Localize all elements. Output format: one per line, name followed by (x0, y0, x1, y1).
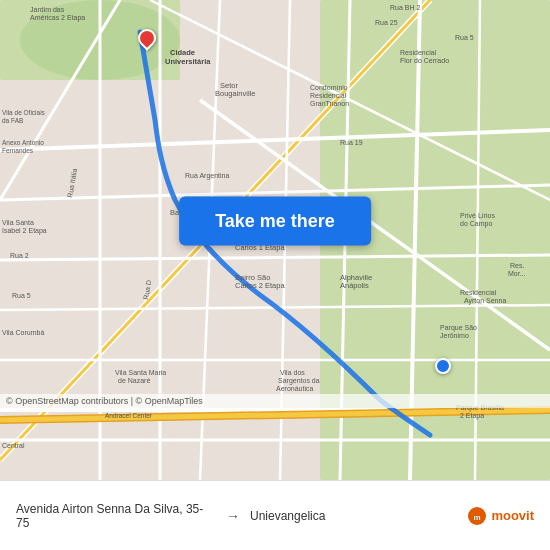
svg-text:Residencial: Residencial (310, 92, 347, 99)
moovit-text: moovit (491, 508, 534, 523)
svg-text:Aeronáutica: Aeronáutica (276, 385, 313, 392)
svg-text:de Nazaré: de Nazaré (118, 377, 150, 384)
svg-text:Ayrton Senna: Ayrton Senna (464, 297, 506, 305)
svg-text:Rua Argentina: Rua Argentina (185, 172, 229, 180)
svg-text:Andracel Center: Andracel Center (105, 412, 153, 419)
svg-text:Res.: Res. (510, 262, 524, 269)
svg-text:da FAB: da FAB (2, 117, 23, 124)
take-me-there-button[interactable]: Take me there (179, 196, 371, 245)
svg-text:m: m (474, 513, 481, 522)
svg-text:Vila Santa Maria: Vila Santa Maria (115, 369, 166, 376)
copyright-text: © OpenStreetMap contributors | © OpenMap… (6, 396, 203, 406)
svg-text:Residencial: Residencial (460, 289, 497, 296)
svg-text:Vila dos: Vila dos (280, 369, 305, 376)
svg-text:Anápolis: Anápolis (340, 281, 369, 290)
svg-text:Rua BH 2: Rua BH 2 (390, 4, 420, 11)
svg-text:Mor...: Mor... (508, 270, 526, 277)
svg-text:Flor do Cerrado: Flor do Cerrado (400, 57, 449, 64)
svg-text:Jardim das: Jardim das (30, 6, 65, 13)
svg-rect-1 (320, 0, 550, 200)
svg-text:Rua 25: Rua 25 (375, 19, 398, 26)
svg-text:Vila Corumbá: Vila Corumbá (2, 329, 44, 336)
svg-text:Bougainville: Bougainville (215, 89, 255, 98)
svg-text:do Campo: do Campo (460, 220, 492, 228)
svg-text:Isabel 2 Etapa: Isabel 2 Etapa (2, 227, 47, 235)
svg-text:Rua 19: Rua 19 (340, 139, 363, 146)
origin-label: Avenida Airton Senna Da Silva, 35-75 (16, 502, 216, 530)
bottom-bar: Avenida Airton Senna Da Silva, 35-75 → U… (0, 480, 550, 550)
svg-text:Rua 2: Rua 2 (10, 252, 29, 259)
svg-text:Vila de Oficiais: Vila de Oficiais (2, 109, 46, 116)
svg-text:Jerônimo: Jerônimo (440, 332, 469, 339)
route-info: Avenida Airton Senna Da Silva, 35-75 → U… (16, 502, 467, 530)
svg-text:Universitária: Universitária (165, 57, 211, 66)
svg-text:Rua 5: Rua 5 (12, 292, 31, 299)
moovit-logo: m moovit (467, 506, 534, 526)
moovit-icon: m (467, 506, 487, 526)
svg-text:Vila Santa: Vila Santa (2, 219, 34, 226)
svg-text:Privé Lírios: Privé Lírios (460, 212, 496, 219)
svg-text:GranTrianon: GranTrianon (310, 100, 349, 107)
svg-text:2 Etapa: 2 Etapa (460, 412, 484, 420)
copyright-bar: © OpenStreetMap contributors | © OpenMap… (0, 394, 550, 408)
svg-text:Carlos 2 Etapa: Carlos 2 Etapa (235, 281, 285, 290)
map-container: Jardim das Américas 2 Etapa Cidade Unive… (0, 0, 550, 480)
svg-text:Anexo Antonio: Anexo Antonio (2, 139, 44, 146)
svg-text:Américas 2 Etapa: Américas 2 Etapa (30, 14, 85, 22)
destination-label: Unievangelica (250, 509, 325, 523)
svg-text:Central: Central (2, 442, 25, 449)
svg-text:Parque São: Parque São (440, 324, 477, 332)
arrow-icon: → (226, 508, 240, 524)
svg-text:Residencial: Residencial (400, 49, 437, 56)
svg-text:Cidade: Cidade (170, 48, 195, 57)
svg-text:Condomínio: Condomínio (310, 84, 348, 91)
svg-text:Sargentos da: Sargentos da (278, 377, 320, 385)
svg-text:Fernandes: Fernandes (2, 147, 34, 154)
svg-text:Rua 5: Rua 5 (455, 34, 474, 41)
